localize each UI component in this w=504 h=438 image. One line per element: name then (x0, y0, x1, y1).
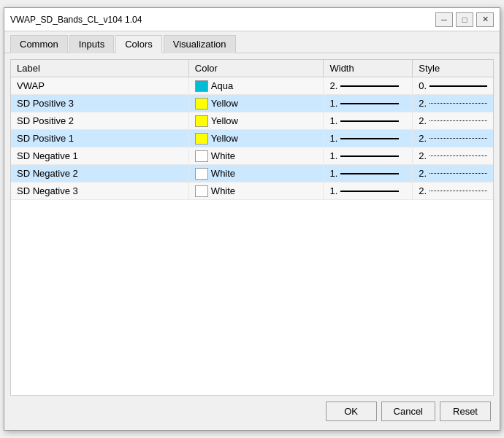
tab-bar: CommonInputsColorsVisualization (4, 31, 500, 53)
style-line (429, 173, 487, 174)
title-bar: VWAP_SD_Bands_CL_v104 1.04 ─ □ ✕ (4, 8, 500, 31)
col-header-width: Width (324, 60, 413, 77)
style-line (429, 120, 487, 121)
col-header-label: Label (11, 60, 188, 77)
table-row[interactable]: SD Positive 1Yellow1.2. (11, 130, 493, 147)
color-name: Yellow (211, 133, 238, 144)
color-swatch (195, 98, 208, 110)
row-label: VWAP (11, 77, 188, 95)
width-value: 2. (329, 80, 337, 91)
style-line (429, 191, 487, 191)
style-value: 2. (419, 115, 427, 126)
maximize-button[interactable]: □ (456, 12, 473, 27)
row-width[interactable]: 1. (324, 95, 413, 112)
table-row[interactable]: SD Negative 2White1.2. (11, 165, 493, 182)
width-line (340, 173, 399, 174)
row-style[interactable]: 0. (413, 77, 493, 95)
style-line (429, 138, 487, 139)
style-value: 0. (419, 80, 427, 91)
style-value: 2. (419, 168, 427, 179)
row-width[interactable]: 2. (324, 77, 413, 95)
row-color[interactable]: White (188, 147, 324, 165)
color-name: White (211, 150, 235, 161)
row-style[interactable]: 2. (413, 147, 493, 165)
row-color[interactable]: Yellow (188, 112, 324, 130)
width-line (340, 85, 399, 87)
row-label: SD Negative 2 (11, 165, 188, 182)
width-value: 1. (329, 185, 337, 196)
width-value: 1. (329, 150, 337, 161)
tab-colors[interactable]: Colors (115, 35, 162, 53)
width-line (340, 103, 399, 104)
row-label: SD Negative 3 (11, 182, 188, 200)
main-window: VWAP_SD_Bands_CL_v104 1.04 ─ □ ✕ CommonI… (4, 7, 500, 431)
row-label: SD Negative 1 (11, 147, 188, 165)
color-name: White (211, 185, 235, 196)
width-value: 1. (329, 168, 337, 179)
cancel-button[interactable]: Cancel (381, 402, 435, 421)
row-style[interactable]: 2. (413, 165, 493, 182)
tab-inputs[interactable]: Inputs (69, 35, 114, 53)
row-style[interactable]: 2. (413, 182, 493, 200)
width-line (340, 120, 399, 122)
tab-common[interactable]: Common (10, 35, 68, 53)
row-width[interactable]: 1. (324, 130, 413, 147)
window-title: VWAP_SD_Bands_CL_v104 1.04 (10, 15, 142, 25)
main-content: Label Color Width Style VWAPAqua2.0.SD P… (4, 53, 500, 430)
reset-button[interactable]: Reset (440, 402, 491, 421)
table-row[interactable]: SD Positive 2Yellow1.2. (11, 112, 493, 130)
style-line (429, 103, 487, 104)
color-name: White (211, 168, 235, 179)
row-style[interactable]: 2. (413, 112, 493, 130)
color-swatch (195, 115, 208, 127)
color-swatch (195, 133, 208, 145)
row-color[interactable]: White (188, 182, 324, 200)
row-color[interactable]: Yellow (188, 95, 324, 112)
row-width[interactable]: 1. (324, 112, 413, 130)
color-swatch (195, 80, 208, 92)
width-value: 1. (329, 133, 337, 144)
row-style[interactable]: 2. (413, 130, 493, 147)
col-header-style: Style (413, 60, 493, 77)
color-name: Yellow (211, 115, 238, 126)
col-header-color: Color (188, 60, 324, 77)
minimize-button[interactable]: ─ (435, 12, 453, 27)
width-value: 1. (329, 98, 337, 109)
colors-table: Label Color Width Style VWAPAqua2.0.SD P… (11, 60, 493, 200)
style-value: 2. (419, 98, 427, 109)
color-swatch (195, 168, 208, 180)
row-width[interactable]: 1. (324, 147, 413, 165)
style-line (429, 155, 487, 156)
row-label: SD Positive 1 (11, 130, 188, 147)
width-value: 1. (329, 115, 337, 126)
close-button[interactable]: ✕ (476, 12, 494, 27)
style-value: 2. (419, 133, 427, 144)
row-label: SD Positive 3 (11, 95, 188, 112)
ok-button[interactable]: OK (326, 402, 377, 421)
row-color[interactable]: Yellow (188, 130, 324, 147)
color-swatch (195, 185, 208, 197)
table-row[interactable]: SD Negative 1White1.2. (11, 147, 493, 165)
width-line (340, 191, 399, 192)
footer: OK Cancel Reset (10, 396, 494, 424)
width-line (340, 155, 399, 157)
row-width[interactable]: 1. (324, 165, 413, 182)
color-name: Yellow (211, 98, 238, 109)
tab-visualization[interactable]: Visualization (164, 35, 236, 53)
row-style[interactable]: 2. (413, 95, 493, 112)
row-color[interactable]: White (188, 165, 324, 182)
color-name: Aqua (211, 80, 233, 91)
table-row[interactable]: VWAPAqua2.0. (11, 77, 493, 95)
table-row[interactable]: SD Negative 3White1.2. (11, 182, 493, 200)
style-value: 2. (419, 150, 427, 161)
row-label: SD Positive 2 (11, 112, 188, 130)
row-width[interactable]: 1. (324, 182, 413, 200)
style-line (429, 85, 487, 87)
color-swatch (195, 150, 208, 162)
width-line (340, 138, 399, 139)
style-value: 2. (419, 185, 427, 196)
row-color[interactable]: Aqua (188, 77, 324, 95)
data-table-container: Label Color Width Style VWAPAqua2.0.SD P… (10, 59, 494, 396)
table-row[interactable]: SD Positive 3Yellow1.2. (11, 95, 493, 112)
window-controls: ─ □ ✕ (435, 12, 494, 27)
